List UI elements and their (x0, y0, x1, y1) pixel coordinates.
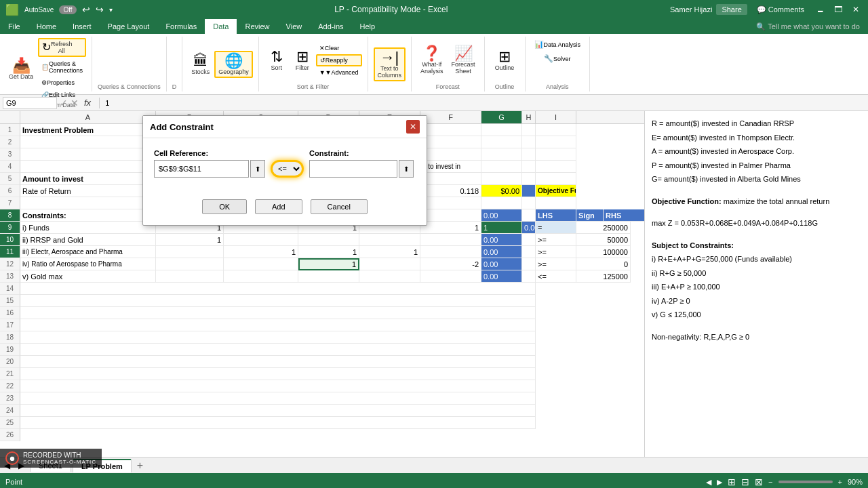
formula-bar-x[interactable]: ✕ (71, 98, 79, 108)
cell-e10[interactable] (359, 234, 420, 246)
row-7[interactable]: 7 (0, 197, 20, 209)
page-layout-btn[interactable]: ⊟ (741, 476, 749, 487)
row-14[interactable]: 14 (0, 283, 20, 295)
cell-empty-25[interactable] (20, 417, 536, 429)
cell-g6[interactable]: $0.00 (481, 185, 522, 197)
sort-btn[interactable]: ⇅ Sort (264, 47, 289, 73)
cell-d12-selected[interactable]: 1 (298, 258, 359, 270)
col-header-i[interactable]: I (536, 111, 576, 123)
cell-a10[interactable]: ii) RRSP and Gold (20, 234, 156, 246)
obj-func-cell[interactable]: Objective Function (536, 185, 576, 197)
cell-empty-17[interactable] (20, 319, 536, 331)
formula-bar-checkmark[interactable]: ✓ (60, 98, 68, 108)
cell-empty-23[interactable] (20, 392, 536, 405)
cell-c12[interactable] (224, 258, 298, 270)
cell-j9-rhs[interactable]: 250000 (576, 222, 631, 234)
zoom-in-btn[interactable]: + (838, 478, 842, 486)
advanced-btn[interactable]: ▼▼ Advanced (316, 67, 362, 78)
cell-h5[interactable] (522, 173, 536, 185)
ok-button[interactable]: OK (202, 199, 247, 214)
comments-btn[interactable]: 💬 Comments (751, 4, 810, 16)
cell-g9[interactable]: 1 (481, 222, 522, 234)
dialog-close-btn[interactable]: ✕ (406, 120, 420, 134)
tab-data[interactable]: Data (205, 19, 237, 34)
cell-g2[interactable] (481, 136, 522, 148)
cell-a7[interactable] (20, 197, 156, 209)
cell-j13-rhs[interactable]: 125000 (576, 270, 631, 283)
cell-f7[interactable] (420, 197, 481, 209)
get-data-btn[interactable]: 📥 Get Data (5, 56, 37, 82)
cell-a5[interactable]: Amount to invest (20, 173, 156, 185)
row-5[interactable]: 5 (0, 173, 20, 185)
cell-h6[interactable] (522, 185, 536, 197)
cell-c10[interactable] (224, 234, 298, 246)
tab-formulas[interactable]: Formulas (157, 19, 205, 34)
cell-empty-20[interactable] (20, 356, 536, 368)
cell-c13[interactable] (224, 270, 298, 283)
cell-f8[interactable] (420, 209, 481, 222)
col-header-g[interactable]: G (481, 111, 522, 123)
row-23[interactable]: 23 (0, 392, 20, 405)
cell-j11-rhs[interactable]: 100000 (576, 246, 631, 258)
undo-btn[interactable]: ↩ (82, 4, 90, 15)
row-8[interactable]: 8 (0, 209, 20, 222)
cell-a1[interactable]: Investment Problem (20, 124, 156, 136)
tab-insert[interactable]: Insert (64, 19, 100, 34)
row-26[interactable]: 26 (0, 429, 20, 441)
cell-g1[interactable] (481, 124, 522, 136)
cell-g12[interactable]: 0.00 (481, 258, 522, 270)
cell-i7[interactable] (536, 197, 576, 209)
row-9[interactable]: 9 (0, 222, 20, 234)
cell-empty-18[interactable] (20, 331, 536, 344)
cell-h12[interactable] (522, 258, 536, 270)
row-16[interactable]: 16 (0, 307, 20, 319)
zoom-slider[interactable] (778, 481, 833, 483)
cell-i11-sign[interactable]: >= (536, 246, 576, 258)
cell-g11[interactable]: 0.00 (481, 246, 522, 258)
close-btn[interactable]: ✕ (849, 3, 863, 16)
cell-h8[interactable] (522, 209, 536, 222)
cell-h10[interactable] (522, 234, 536, 246)
cell-f1[interactable] (420, 124, 481, 136)
tab-add-ins[interactable]: Add-ins (310, 19, 351, 34)
clear-btn[interactable]: ✕ Clear (316, 43, 362, 54)
tab-home[interactable]: Home (28, 19, 64, 34)
cell-g13[interactable]: 0.00 (481, 270, 522, 283)
cell-h2[interactable] (522, 136, 536, 148)
cancel-button[interactable]: Cancel (311, 199, 368, 214)
cell-a6[interactable]: Rate of Return (20, 185, 156, 197)
cell-h11[interactable] (522, 246, 536, 258)
row-15[interactable]: 15 (0, 295, 20, 307)
row-12[interactable]: 12 (0, 258, 20, 270)
cell-i2[interactable] (536, 136, 576, 148)
page-break-btn[interactable]: ⊠ (755, 476, 763, 487)
row-25[interactable]: 25 (0, 417, 20, 429)
reapply-btn[interactable]: ↺ Reapply (316, 54, 362, 66)
cell-f3[interactable] (420, 148, 481, 161)
outline-btn[interactable]: ⊞ Outline (492, 47, 518, 73)
tab-help[interactable]: Help (352, 19, 384, 34)
cell-empty-14[interactable] (20, 283, 536, 295)
cell-ref-collapse-btn[interactable]: ⬆ (250, 160, 265, 178)
cell-f13[interactable] (420, 270, 481, 283)
cell-f4[interactable]: $ to invest in (420, 161, 481, 173)
cell-g10[interactable]: 0.00 (481, 234, 522, 246)
cell-a11[interactable]: iii) Electr, Aerospace and Pharma (20, 246, 156, 258)
cell-b12[interactable] (156, 258, 224, 270)
cell-i12-sign[interactable]: >= (536, 258, 576, 270)
col-header-f[interactable]: F (420, 111, 481, 123)
cell-e12[interactable] (359, 258, 420, 270)
row-24[interactable]: 24 (0, 405, 20, 417)
cell-empty-19[interactable] (20, 344, 536, 356)
cell-f2[interactable] (420, 136, 481, 148)
redo-btn[interactable]: ↪ (96, 4, 104, 15)
cell-a8[interactable]: Constraints: (20, 209, 156, 222)
cell-d13[interactable] (298, 270, 359, 283)
cell-i4[interactable] (536, 161, 576, 173)
scroll-right-btn[interactable]: ▶ (717, 478, 722, 487)
text-to-columns-btn[interactable]: →| Text toColumns (374, 47, 406, 81)
operator-select[interactable]: <= >= = int bin dif (271, 160, 304, 178)
tab-review[interactable]: Review (237, 19, 277, 34)
properties-btn[interactable]: ⚙ Properties (38, 77, 86, 88)
cell-a2[interactable] (20, 136, 156, 148)
